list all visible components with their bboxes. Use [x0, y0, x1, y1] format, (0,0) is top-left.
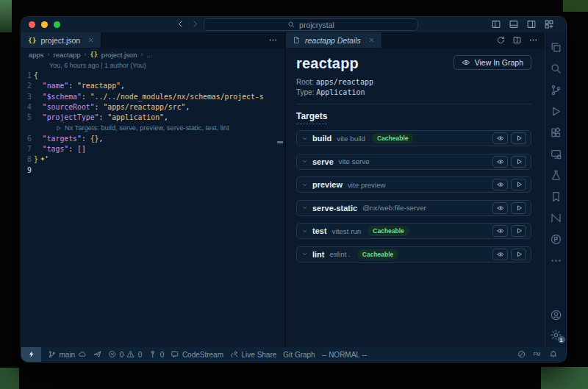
chevron-down-icon[interactable]: [301, 158, 308, 165]
sidebar-item-settings[interactable]: 1: [550, 329, 562, 341]
line-number: 8: [21, 154, 32, 165]
code-line[interactable]: 2 "name": "reactapp",: [21, 81, 284, 91]
panel-bottom-toggle-icon[interactable]: [509, 19, 519, 29]
code-text: "projectType": "application",: [34, 113, 168, 123]
target-show-config-button[interactable]: [492, 156, 508, 168]
zoom-button[interactable]: [54, 21, 60, 28]
target-run-button[interactable]: [511, 249, 526, 260]
target-run-button[interactable]: [511, 225, 526, 237]
refresh-icon[interactable]: [496, 35, 506, 45]
target-run-button[interactable]: [511, 202, 526, 214]
status-item-copilot[interactable]: [517, 350, 526, 359]
target-command: vitest run: [332, 227, 362, 235]
code-text: "$schema": "../../node_modules/nx/schema…: [34, 92, 264, 102]
target-row-preview[interactable]: previewvite preview: [296, 176, 531, 193]
target-show-config-button[interactable]: [492, 202, 508, 214]
vscode-window: projcrystal {} project.json apps›reactap…: [21, 16, 567, 363]
sidebar-item-testing[interactable]: [550, 169, 562, 182]
status-item-codestream[interactable]: CodeStream: [171, 350, 223, 359]
sidebar-item-explorer[interactable]: [550, 41, 562, 54]
sidebar-item-run-and-debug[interactable]: [550, 105, 562, 118]
editor-group-right: reactapp Details reactapp View In Graph …: [286, 32, 545, 347]
target-show-config-button[interactable]: [492, 249, 508, 260]
play-icon: [515, 158, 523, 165]
code-line[interactable]: 6 "targets": {},: [21, 134, 284, 144]
bell-icon: [549, 350, 558, 359]
sidebar-item-extensions[interactable]: [550, 126, 562, 139]
code-text: {: [34, 71, 38, 81]
wallpaper-patch: [541, 367, 588, 389]
target-row-serve-static[interactable]: serve-static@nx/web:file-server: [296, 200, 531, 216]
chevron-down-icon[interactable]: [301, 251, 308, 257]
minimize-button[interactable]: [41, 21, 48, 28]
code-line[interactable]: 3 "$schema": "../../node_modules/nx/sche…: [21, 92, 284, 102]
breadcrumb-item[interactable]: apps: [29, 51, 44, 59]
code-line[interactable]: 7 "tags": []: [21, 144, 284, 154]
chevron-down-icon[interactable]: [301, 182, 308, 188]
forward-arrow-button[interactable]: [190, 19, 200, 29]
status-item-git-graph[interactable]: Git Graph: [283, 351, 315, 359]
eye-icon: [497, 158, 504, 165]
more-icon[interactable]: [528, 35, 538, 45]
chevron-down-icon[interactable]: [301, 135, 308, 142]
status-item-fm-extension[interactable]: FM: [533, 350, 542, 359]
more-actions-icon[interactable]: [268, 35, 278, 45]
target-row-test[interactable]: testvitest runCacheable: [296, 223, 531, 239]
target-row-lint[interactable]: linteslint .Cacheable: [296, 246, 531, 263]
nx-targets-codelens[interactable]: Nx Targets: build, serve, preview, serve…: [21, 123, 284, 133]
target-show-config-button[interactable]: [492, 225, 508, 237]
chevron-down-icon[interactable]: [301, 228, 308, 235]
code-line[interactable]: 8}: [21, 154, 284, 165]
layout-grid-toggle-icon[interactable]: [544, 19, 554, 29]
code-line[interactable]: 9: [21, 165, 284, 176]
sidebar-item-todo[interactable]: [550, 233, 562, 246]
target-show-config-button[interactable]: [492, 179, 508, 190]
sidebar-item-nx-console[interactable]: [550, 212, 562, 224]
wallpaper-patch: [0, 368, 19, 389]
status-item-remote-indicator[interactable]: [21, 347, 41, 362]
sidebar-item-bookmarks[interactable]: [550, 190, 562, 203]
target-show-config-button[interactable]: [492, 132, 508, 144]
sidebar-item-more[interactable]: [550, 254, 562, 267]
target-run-button[interactable]: [511, 132, 526, 144]
target-row-serve[interactable]: servevite serve: [296, 154, 531, 170]
status-item-ports[interactable]: 0: [148, 350, 164, 359]
close-tab-icon[interactable]: [368, 37, 375, 43]
sidebar-item-source-control[interactable]: [550, 84, 562, 96]
target-run-button[interactable]: [511, 179, 526, 190]
sidebar-item-search[interactable]: [550, 63, 562, 75]
search-value: projcrystal: [299, 21, 334, 29]
root-value: apps/reactapp: [316, 78, 373, 86]
breadcrumb-item[interactable]: ...: [146, 51, 152, 59]
status-item-live-share[interactable]: Live Share: [230, 350, 276, 359]
target-run-button[interactable]: [511, 156, 526, 168]
close-tab-icon[interactable]: [87, 37, 94, 43]
chevron-down-icon[interactable]: [301, 204, 308, 211]
panel-left-toggle-icon[interactable]: [491, 19, 501, 29]
status-item-git-branch[interactable]: main: [48, 350, 87, 359]
command-center-search[interactable]: projcrystal: [204, 18, 418, 31]
status-item-notifications[interactable]: [549, 350, 558, 359]
code-line[interactable]: 4 "sourceRoot": "apps/reactapp/src",: [21, 102, 284, 113]
sidebar-item-remote-explorer[interactable]: [550, 148, 562, 160]
panel-right-toggle-icon[interactable]: [526, 19, 537, 29]
code-editor[interactable]: You, 6 hours ago | 1 author (You)1{2 "na…: [21, 60, 284, 176]
view-in-graph-button[interactable]: View In Graph: [453, 55, 531, 70]
breadcrumb-item[interactable]: project.json: [101, 51, 137, 59]
status-item-launch[interactable]: [93, 350, 102, 359]
code-line[interactable]: 1{: [21, 71, 284, 81]
code-line[interactable]: 5 "projectType": "application",: [21, 113, 284, 123]
status-item-vim-mode[interactable]: -- NORMAL --: [322, 351, 367, 359]
back-arrow-button[interactable]: [176, 19, 185, 29]
tab-reactapp-details[interactable]: reactapp Details: [286, 32, 382, 48]
breadcrumb-item[interactable]: reactapp: [54, 51, 81, 59]
codelens-annotation[interactable]: You, 6 hours ago | 1 author (You): [21, 61, 284, 71]
split-editor-icon[interactable]: [512, 35, 522, 45]
sparkle-icon[interactable]: [40, 156, 49, 162]
target-row-build[interactable]: buildvite buildCacheable: [296, 130, 531, 146]
tab-project-json[interactable]: {} project.json: [21, 32, 101, 48]
sidebar-item-accounts[interactable]: [550, 309, 562, 321]
status-item-problems[interactable]: 00: [108, 350, 142, 359]
close-button[interactable]: [29, 21, 35, 28]
comment-icon: [171, 350, 179, 359]
